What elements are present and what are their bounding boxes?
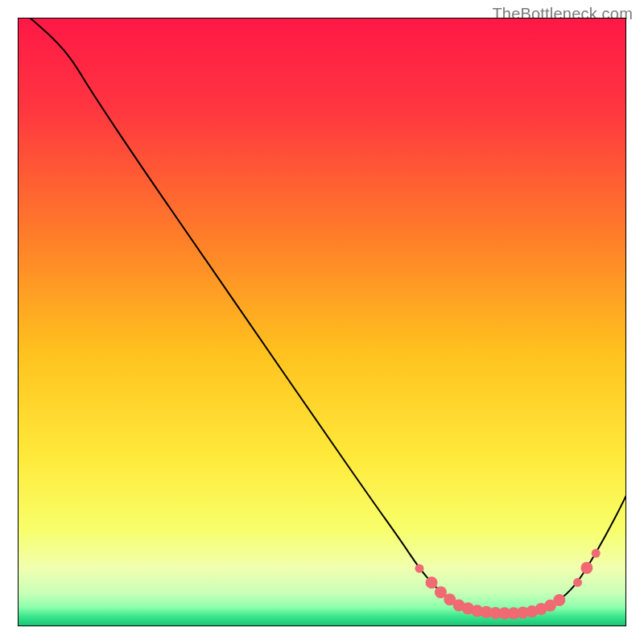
chart-svg [18, 18, 626, 626]
curve-marker [553, 594, 565, 606]
curve-marker [573, 578, 582, 587]
plot-area [18, 18, 626, 626]
curve-marker [592, 549, 601, 558]
curve-marker [426, 576, 438, 588]
chart-container: TheBottleneck.com [0, 0, 644, 644]
curve-marker [415, 564, 423, 573]
gradient-background [18, 18, 626, 626]
curve-marker [580, 562, 592, 574]
